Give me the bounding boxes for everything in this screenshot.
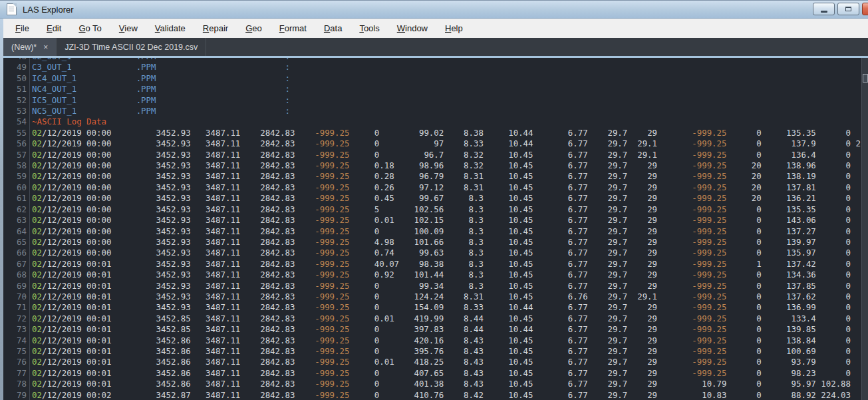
data-value: 401.38 <box>414 379 444 389</box>
line-content[interactable]: 02/12/2019 00:01 3452.93 3487.11 2842.83… <box>30 292 851 302</box>
spacer <box>533 313 568 323</box>
menu-item-data[interactable]: Data <box>315 20 351 37</box>
line-content[interactable]: 02/12/2019 00:01 3452.86 3487.11 2842.83… <box>30 346 851 357</box>
line-content[interactable]: 02/12/2019 00:01 3452.86 3487.11 2842.83… <box>30 335 851 346</box>
line-content[interactable]: 02/12/2019 00:00 3452.93 3487.11 2842.83… <box>30 237 851 248</box>
tab-new[interactable]: (New)*× <box>3 38 57 56</box>
line-content[interactable]: NC5_OUT_1 .PPM : <box>30 106 290 116</box>
spacer <box>379 150 424 160</box>
line-content[interactable]: 02/12/2019 00:01 3452.93 3487.11 2842.83… <box>30 259 851 270</box>
line-content[interactable]: 02/12/2019 00:00 3452.93 3487.11 2842.83… <box>30 171 851 182</box>
data-value: 3487.11 <box>206 324 240 334</box>
data-value: 135.35 <box>786 128 816 138</box>
menu-item-help[interactable]: Help <box>436 20 472 37</box>
line-content[interactable]: 02/12/2019 00:00 3452.93 3487.11 2842.83… <box>30 128 851 138</box>
tab-close-icon[interactable]: × <box>43 43 48 51</box>
spacer <box>588 160 608 170</box>
spacer <box>295 313 315 323</box>
spacer <box>588 215 608 225</box>
line-content[interactable]: ~ASCII Log Data <box>30 116 106 127</box>
line-content[interactable]: 02/12/2019 00:01 3452.86 3487.11 2842.83… <box>30 379 851 389</box>
maximize-button[interactable] <box>837 3 859 15</box>
spacer <box>295 248 315 258</box>
menu-item-label-rest: epair <box>209 23 228 33</box>
minimize-button[interactable] <box>813 3 835 15</box>
data-value: 6.77 <box>568 346 588 356</box>
menu-item-geo[interactable]: Geo <box>237 20 271 37</box>
spacer <box>444 150 464 160</box>
line-content[interactable]: NC4_OUT_1 .PPM : <box>30 84 290 95</box>
data-value: 2842.83 <box>260 138 295 148</box>
menu-item-window[interactable]: Window <box>388 20 436 37</box>
menu-item-edit[interactable]: Edit <box>38 20 70 37</box>
vertical-scrollbar-track[interactable] <box>861 58 868 400</box>
line-content[interactable]: 02/12/2019 00:01 3452.93 3487.11 2842.83… <box>30 281 851 292</box>
menu-item-format[interactable]: Format <box>271 20 315 37</box>
data-value: 101.44 <box>414 270 444 280</box>
vertical-scrollbar-thumb[interactable] <box>863 74 868 83</box>
data-value: 2842.83 <box>260 346 295 356</box>
data-value: 10.45 <box>508 182 533 192</box>
menu-item-access-key: W <box>397 23 405 33</box>
line-content[interactable]: 02/12/2019 00:00 3452.93 3487.11 2842.83… <box>30 248 851 258</box>
data-value: 3487.11 <box>206 281 240 291</box>
spacer <box>627 193 647 203</box>
title-bar[interactable]: LAS Explorer × <box>0 0 868 19</box>
spacer <box>816 281 846 291</box>
data-value: 136.99 <box>786 302 816 312</box>
window-controls: × <box>813 3 868 15</box>
line-number: 62 <box>3 204 30 215</box>
spacer <box>727 270 757 280</box>
spacer <box>533 248 568 258</box>
line-content[interactable]: 02/12/2019 00:00 3452.93 3487.11 2842.83… <box>30 182 851 193</box>
data-value: 8.31 <box>464 292 484 301</box>
data-value: 0 <box>756 138 761 148</box>
line-content[interactable]: 02/12/2019 00:01 3452.93 3487.11 2842.83… <box>30 302 851 313</box>
line-content[interactable]: 02/12/2019 00:00 3452.93 3487.11 2842.83… <box>30 150 851 160</box>
menu-item-view[interactable]: View <box>110 20 146 37</box>
data-value: 3452.86 <box>156 368 191 378</box>
tab-jzi-csv[interactable]: JZI-3D Time ASCII 02 Dec 2019.csv <box>57 38 206 56</box>
menu-item-access-key: V <box>155 23 160 33</box>
line-content[interactable]: 02/12/2019 00:01 3452.85 3487.11 2842.83… <box>30 313 851 324</box>
menu-item-go-to[interactable]: Go To <box>70 20 110 37</box>
spacer <box>533 281 568 291</box>
spacer <box>349 335 374 345</box>
close-button[interactable]: × <box>862 3 868 15</box>
line-content[interactable]: C3_OUT_1 .PPM : <box>30 62 290 73</box>
data-value: 2842.83 <box>260 128 295 138</box>
menu-item-repair[interactable]: Repair <box>194 20 237 37</box>
data-value: 0 <box>846 237 851 247</box>
line-content[interactable]: 02/12/2019 00:01 3452.86 3487.11 2842.83… <box>30 368 851 379</box>
date-rest: /12/2019 00:00 <box>42 204 111 214</box>
line-content[interactable]: 02/12/2019 00:00 3452.93 3487.11 2842.83… <box>30 193 851 204</box>
line-content[interactable]: 02/12/2019 00:00 3452.93 3487.11 2842.83… <box>30 215 851 226</box>
null-value: -999.25 <box>315 302 349 312</box>
code-line-56: 5602/12/2019 00:00 3452.93 3487.11 2842.… <box>0 138 868 149</box>
line-content[interactable]: 02/12/2019 00:00 3452.93 3487.11 2842.83… <box>30 226 851 237</box>
line-content[interactable]: 02/12/2019 00:01 3452.93 3487.11 2842.83… <box>30 270 851 280</box>
data-value: 8.3 <box>469 281 484 291</box>
spacer <box>627 150 637 160</box>
menu-item-validate[interactable]: Validate <box>146 20 194 37</box>
menu-item-tools[interactable]: Tools <box>351 20 388 37</box>
spacer <box>191 281 206 291</box>
line-content[interactable]: 02/12/2019 00:00 3452.93 3487.11 2842.83… <box>30 138 861 149</box>
date-rest: /12/2019 00:01 <box>42 368 111 378</box>
line-content[interactable]: 02/12/2019 00:02 3452.87 3487.11 2842.83… <box>30 390 851 400</box>
data-value: 29 <box>647 390 657 400</box>
line-content[interactable]: 02/12/2019 00:01 3452.86 3487.11 2842.83… <box>30 357 851 367</box>
data-value: 397.83 <box>414 324 444 334</box>
line-content[interactable]: IC5_OUT_1 .PPM : <box>30 95 290 106</box>
line-content[interactable]: 02/12/2019 00:00 3452.93 3487.11 2842.83… <box>30 204 851 215</box>
menu-item-access-key: F <box>279 23 285 33</box>
line-content[interactable]: 02/12/2019 00:01 3452.85 3487.11 2842.83… <box>30 324 851 335</box>
spacer <box>726 335 756 345</box>
data-value: 8.44 <box>464 313 484 323</box>
line-content[interactable]: IC4_OUT_1 .PPM : <box>30 73 290 84</box>
data-value: 0 <box>756 368 761 378</box>
menu-item-file[interactable]: File <box>7 20 38 37</box>
data-value: 29.7 <box>607 226 627 236</box>
editor-viewport[interactable]: 48C2_OUT_1 .PPM :49C3_OUT_1 .PPM :50IC4_… <box>0 58 868 400</box>
line-content[interactable]: 02/12/2019 00:00 3452.93 3487.11 2842.83… <box>30 160 851 171</box>
